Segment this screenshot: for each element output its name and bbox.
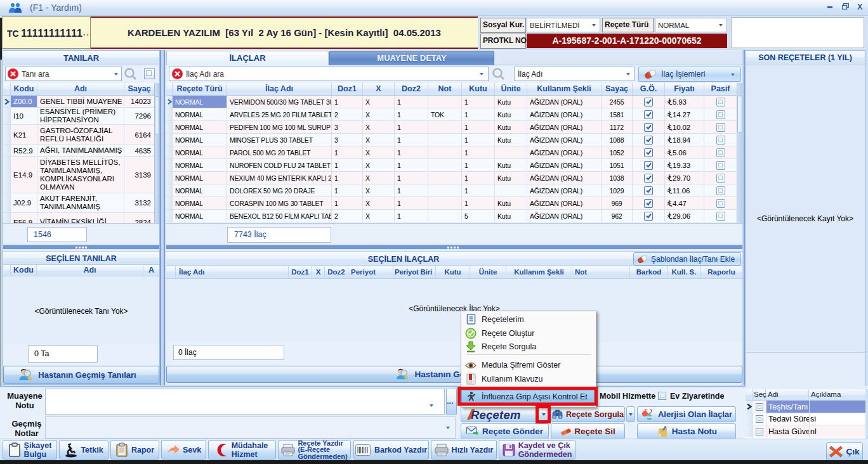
svg-text:Reçetem: Reçetem bbox=[471, 408, 521, 421]
